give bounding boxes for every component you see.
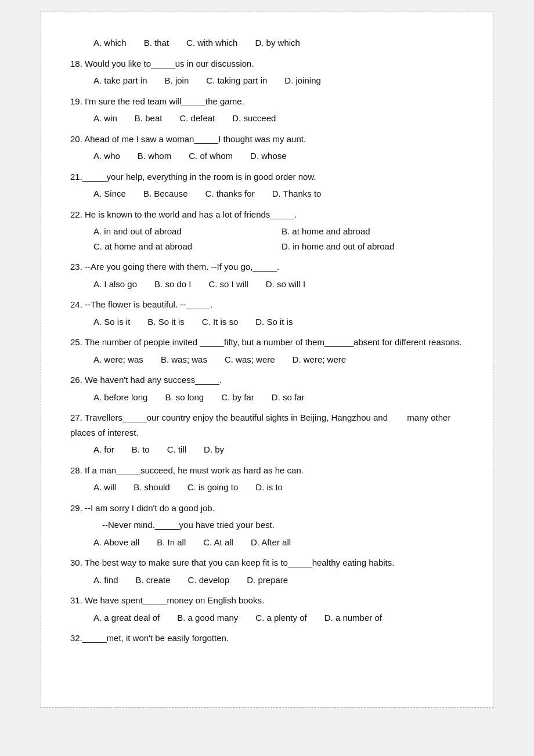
option: A. will (93, 480, 116, 495)
question-text: 26. We haven't had any success_____. (70, 372, 464, 388)
option: B. at home and abroad (282, 224, 464, 239)
option: D. joining (284, 73, 321, 88)
option: C. at home and at abroad (93, 239, 276, 254)
question-27: 27. Travellers_____our country enjoy the… (70, 410, 464, 457)
option: B. should (134, 480, 170, 495)
question-20: 20. Ahead of me I saw a woman_____I thou… (70, 132, 464, 164)
option: C. taking part in (206, 73, 267, 88)
options: A. I also go B. so do I C. so I will D. … (70, 277, 464, 292)
option: A. Since (93, 186, 126, 201)
option: D. so will I (266, 277, 305, 292)
question-text: 19. I'm sure the red team will_____the g… (70, 94, 464, 109)
option: A. take part in (93, 73, 147, 88)
question-text: 29. --I am sorry I didn't do a good job. (70, 501, 464, 516)
question-text: 31. We have spent_____money on English b… (70, 593, 464, 608)
option: C. with which (186, 35, 237, 50)
option: D. Thanks to (272, 186, 322, 201)
option: D. prepare (247, 573, 288, 588)
option: A. win (93, 111, 117, 126)
option: D. by (204, 442, 224, 457)
question-header: A. which B. that C. with which D. by whi… (70, 35, 464, 50)
option: A. Above all (93, 535, 139, 550)
question-text: 18. Would you like to_____us in our disc… (70, 56, 464, 71)
option: D. a number of (324, 610, 382, 625)
option: B. join (165, 73, 189, 88)
question-text: 28. If a man_____succeed, he must work a… (70, 463, 464, 478)
question-26: 26. We haven't had any success_____. A. … (70, 372, 464, 404)
question-text: 22. He is known to the world and has a l… (70, 207, 464, 222)
option: A. for (93, 442, 114, 457)
question-text: 25. The number of people invited _____fi… (70, 335, 464, 350)
question-subtext: --Never mind._____you have tried your be… (70, 518, 464, 533)
option: C. till (167, 442, 186, 457)
option: C. by far (221, 390, 254, 405)
option: C. of whom (189, 149, 233, 164)
question-25: 25. The number of people invited _____fi… (70, 335, 464, 367)
question-text: 32._____met, it won't be easily forgotte… (70, 631, 464, 646)
options: A. in and out of abroad B. at home and a… (70, 224, 464, 254)
option: D. is to (255, 480, 283, 495)
option: D. in home and out of abroad (282, 239, 464, 254)
option: B. to (132, 442, 150, 457)
option: A. were; was (93, 352, 143, 367)
option: C. develop (188, 573, 230, 588)
question-29: 29. --I am sorry I didn't do a good job.… (70, 501, 464, 550)
option: A. before long (93, 390, 147, 405)
option: A. which (93, 35, 127, 50)
option: D. whose (250, 149, 287, 164)
question-32: 32._____met, it won't be easily forgotte… (70, 631, 464, 646)
option: C. thanks for (205, 186, 255, 201)
option: C. was; were (225, 352, 275, 367)
option: A. I also go (93, 277, 137, 292)
question-text: 20. Ahead of me I saw a woman_____I thou… (70, 132, 464, 147)
options: A. were; was B. was; was C. was; were D.… (70, 352, 464, 367)
question-22: 22. He is known to the world and has a l… (70, 207, 464, 254)
option: C. a plenty of (255, 610, 306, 625)
options: A. find B. create C. develop D. prepare (70, 573, 464, 588)
options: A. before long B. so long C. by far D. s… (70, 390, 464, 405)
option: C. defeat (179, 111, 215, 126)
option: D. After all (251, 535, 291, 550)
options: A. will B. should C. is going to D. is t… (70, 480, 464, 495)
question-text: 30. The best way to make sure that you c… (70, 555, 464, 570)
option: B. was; was (161, 352, 207, 367)
option: D. succeed (232, 111, 276, 126)
question-30: 30. The best way to make sure that you c… (70, 555, 464, 587)
option: D. by which (255, 35, 300, 50)
option: B. So it is (147, 314, 184, 330)
option: C. is going to (187, 480, 239, 495)
option: B. so do I (154, 277, 191, 292)
options-row: A. which B. that C. with which D. by whi… (70, 35, 464, 50)
option: B. create (136, 573, 171, 588)
question-24: 24. --The flower is beautiful. --_____. … (70, 297, 464, 329)
option: A. who (93, 149, 120, 164)
options: A. a great deal of B. a good many C. a p… (70, 610, 464, 625)
question-text: 21._____your help, everything in the roo… (70, 169, 464, 185)
option: D. so far (272, 390, 305, 405)
option: A. find (93, 573, 118, 588)
options: A. win B. beat C. defeat D. succeed (70, 111, 464, 126)
option: B. whom (138, 149, 171, 164)
question-18: 18. Would you like to_____us in our disc… (70, 56, 464, 88)
options: A. take part in B. join C. taking part i… (70, 73, 464, 88)
page: A. which B. that C. with which D. by whi… (41, 12, 493, 708)
question-31: 31. We have spent_____money on English b… (70, 593, 464, 625)
question-19: 19. I'm sure the red team will_____the g… (70, 94, 464, 126)
option: B. beat (135, 111, 163, 126)
question-text: 27. Travellers_____our country enjoy the… (70, 410, 464, 440)
option: A. a great deal of (93, 610, 160, 625)
option: D. So it is (255, 314, 293, 330)
options: A. who B. whom C. of whom D. whose (70, 149, 464, 164)
option: B. In all (157, 535, 186, 550)
question-28: 28. If a man_____succeed, he must work a… (70, 463, 464, 495)
question-23: 23. --Are you going there with them. --I… (70, 259, 464, 291)
options: A. Since B. Because C. thanks for D. Tha… (70, 186, 464, 201)
options: A. Above all B. In all C. At all D. Afte… (70, 535, 464, 550)
option: B. that (144, 35, 169, 50)
option: B. a good many (177, 610, 238, 625)
option: B. Because (143, 186, 188, 201)
option: C. It is so (202, 314, 239, 330)
option: B. so long (165, 390, 204, 405)
option: C. so I will (208, 277, 248, 292)
question-21: 21._____your help, everything in the roo… (70, 169, 464, 201)
